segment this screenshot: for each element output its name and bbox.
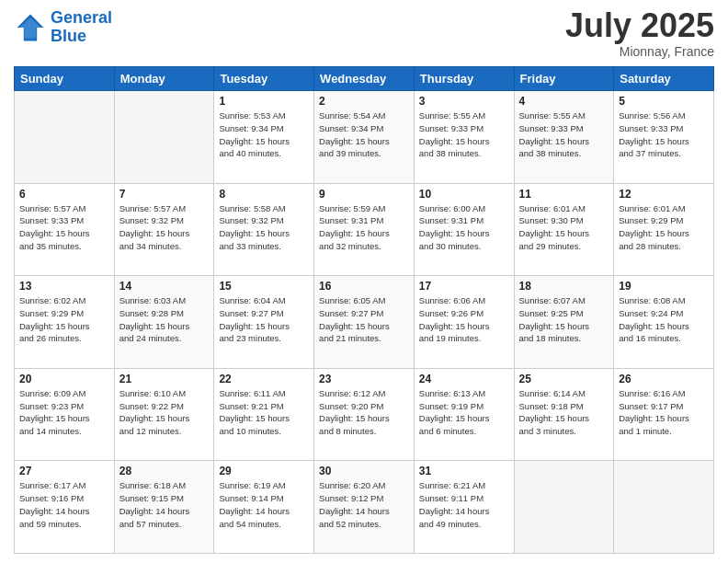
location: Mionnay, France xyxy=(565,44,714,59)
day-number: 26 xyxy=(619,373,709,385)
calendar-cell: 6Sunrise: 5:57 AM Sunset: 9:33 PM Daylig… xyxy=(15,183,115,276)
calendar-cell: 3Sunrise: 5:55 AM Sunset: 9:33 PM Daylig… xyxy=(414,91,514,184)
day-number: 27 xyxy=(19,465,109,477)
day-number: 24 xyxy=(419,373,509,385)
calendar-header: SundayMondayTuesdayWednesdayThursdayFrid… xyxy=(15,67,714,91)
calendar-cell: 22Sunrise: 6:11 AM Sunset: 9:21 PM Dayli… xyxy=(214,368,314,461)
header-row: SundayMondayTuesdayWednesdayThursdayFrid… xyxy=(15,67,714,91)
day-number: 21 xyxy=(119,373,210,385)
calendar-cell: 10Sunrise: 6:00 AM Sunset: 9:31 PM Dayli… xyxy=(414,183,514,276)
day-number: 29 xyxy=(219,465,309,477)
day-number: 22 xyxy=(219,373,309,385)
calendar-cell: 29Sunrise: 6:19 AM Sunset: 9:14 PM Dayli… xyxy=(214,461,314,554)
day-number: 28 xyxy=(119,465,210,477)
calendar-week-row: 6Sunrise: 5:57 AM Sunset: 9:33 PM Daylig… xyxy=(15,183,714,276)
day-number: 2 xyxy=(319,95,409,108)
day-info: Sunrise: 6:02 AM Sunset: 9:29 PM Dayligh… xyxy=(19,294,109,345)
page: General Blue July 2025 Mionnay, France S… xyxy=(0,0,728,563)
calendar-cell xyxy=(15,91,115,184)
day-number: 8 xyxy=(219,188,309,201)
logo-text: General Blue xyxy=(51,9,112,46)
day-number: 13 xyxy=(19,280,109,293)
day-number: 16 xyxy=(319,280,409,293)
calendar-cell: 8Sunrise: 5:58 AM Sunset: 9:32 PM Daylig… xyxy=(214,183,314,276)
day-number: 5 xyxy=(619,95,709,108)
day-number: 1 xyxy=(219,95,309,108)
calendar-cell: 12Sunrise: 6:01 AM Sunset: 9:29 PM Dayli… xyxy=(614,183,714,276)
calendar-cell: 11Sunrise: 6:01 AM Sunset: 9:30 PM Dayli… xyxy=(514,183,614,276)
logo-line2: Blue xyxy=(51,27,86,45)
calendar-cell: 2Sunrise: 5:54 AM Sunset: 9:34 PM Daylig… xyxy=(314,91,415,184)
calendar-cell: 28Sunrise: 6:18 AM Sunset: 9:15 PM Dayli… xyxy=(114,461,214,554)
day-info: Sunrise: 5:56 AM Sunset: 9:33 PM Dayligh… xyxy=(619,109,709,160)
calendar-cell: 30Sunrise: 6:20 AM Sunset: 9:12 PM Dayli… xyxy=(314,461,415,554)
day-number: 11 xyxy=(519,188,609,201)
month-title: July 2025 xyxy=(565,9,714,42)
calendar-cell xyxy=(114,91,214,184)
calendar-table: SundayMondayTuesdayWednesdayThursdayFrid… xyxy=(14,66,714,554)
calendar-cell xyxy=(514,461,614,554)
calendar-cell: 19Sunrise: 6:08 AM Sunset: 9:24 PM Dayli… xyxy=(614,276,714,369)
day-number: 15 xyxy=(219,280,309,293)
day-info: Sunrise: 6:20 AM Sunset: 9:12 PM Dayligh… xyxy=(319,479,409,530)
day-info: Sunrise: 6:14 AM Sunset: 9:18 PM Dayligh… xyxy=(519,387,609,438)
day-number: 18 xyxy=(519,280,609,293)
calendar-cell: 21Sunrise: 6:10 AM Sunset: 9:22 PM Dayli… xyxy=(114,368,214,461)
day-info: Sunrise: 6:10 AM Sunset: 9:22 PM Dayligh… xyxy=(119,387,210,438)
day-of-week-header: Thursday xyxy=(414,67,514,91)
day-info: Sunrise: 6:01 AM Sunset: 9:30 PM Dayligh… xyxy=(519,202,609,253)
day-info: Sunrise: 5:57 AM Sunset: 9:33 PM Dayligh… xyxy=(19,202,109,253)
day-info: Sunrise: 6:07 AM Sunset: 9:25 PM Dayligh… xyxy=(519,294,609,345)
calendar-cell: 25Sunrise: 6:14 AM Sunset: 9:18 PM Dayli… xyxy=(514,368,614,461)
day-of-week-header: Monday xyxy=(114,67,214,91)
day-info: Sunrise: 6:00 AM Sunset: 9:31 PM Dayligh… xyxy=(419,202,509,253)
day-info: Sunrise: 6:17 AM Sunset: 9:16 PM Dayligh… xyxy=(19,479,109,530)
calendar-cell: 14Sunrise: 6:03 AM Sunset: 9:28 PM Dayli… xyxy=(114,276,214,369)
calendar-cell: 9Sunrise: 5:59 AM Sunset: 9:31 PM Daylig… xyxy=(314,183,415,276)
day-of-week-header: Saturday xyxy=(614,67,714,91)
calendar-week-row: 20Sunrise: 6:09 AM Sunset: 9:23 PM Dayli… xyxy=(15,368,714,461)
day-number: 7 xyxy=(119,188,210,201)
day-number: 19 xyxy=(619,280,709,293)
day-info: Sunrise: 5:54 AM Sunset: 9:34 PM Dayligh… xyxy=(319,109,409,160)
calendar-cell: 23Sunrise: 6:12 AM Sunset: 9:20 PM Dayli… xyxy=(314,368,415,461)
calendar-cell: 5Sunrise: 5:56 AM Sunset: 9:33 PM Daylig… xyxy=(614,91,714,184)
day-of-week-header: Tuesday xyxy=(214,67,314,91)
day-number: 6 xyxy=(19,188,109,201)
calendar-body: 1Sunrise: 5:53 AM Sunset: 9:34 PM Daylig… xyxy=(15,91,714,554)
calendar-cell: 15Sunrise: 6:04 AM Sunset: 9:27 PM Dayli… xyxy=(214,276,314,369)
calendar-cell: 16Sunrise: 6:05 AM Sunset: 9:27 PM Dayli… xyxy=(314,276,415,369)
day-number: 10 xyxy=(419,188,509,201)
day-of-week-header: Friday xyxy=(514,67,614,91)
calendar-cell: 18Sunrise: 6:07 AM Sunset: 9:25 PM Dayli… xyxy=(514,276,614,369)
day-info: Sunrise: 6:01 AM Sunset: 9:29 PM Dayligh… xyxy=(619,202,709,253)
day-info: Sunrise: 6:12 AM Sunset: 9:20 PM Dayligh… xyxy=(319,387,409,438)
day-info: Sunrise: 6:05 AM Sunset: 9:27 PM Dayligh… xyxy=(319,294,409,345)
logo-icon xyxy=(14,11,47,44)
day-number: 12 xyxy=(619,188,709,201)
day-number: 4 xyxy=(519,95,609,108)
day-number: 14 xyxy=(119,280,210,293)
day-info: Sunrise: 5:58 AM Sunset: 9:32 PM Dayligh… xyxy=(219,202,309,253)
header: General Blue July 2025 Mionnay, France xyxy=(14,9,714,59)
day-info: Sunrise: 6:16 AM Sunset: 9:17 PM Dayligh… xyxy=(619,387,709,438)
day-info: Sunrise: 6:11 AM Sunset: 9:21 PM Dayligh… xyxy=(219,387,309,438)
calendar-cell: 20Sunrise: 6:09 AM Sunset: 9:23 PM Dayli… xyxy=(15,368,115,461)
calendar-cell: 1Sunrise: 5:53 AM Sunset: 9:34 PM Daylig… xyxy=(214,91,314,184)
day-info: Sunrise: 6:21 AM Sunset: 9:11 PM Dayligh… xyxy=(419,479,509,530)
day-info: Sunrise: 5:55 AM Sunset: 9:33 PM Dayligh… xyxy=(519,109,609,160)
logo: General Blue xyxy=(14,9,112,46)
day-info: Sunrise: 6:09 AM Sunset: 9:23 PM Dayligh… xyxy=(19,387,109,438)
day-info: Sunrise: 5:57 AM Sunset: 9:32 PM Dayligh… xyxy=(119,202,210,253)
day-number: 23 xyxy=(319,373,409,385)
day-number: 9 xyxy=(319,188,409,201)
calendar-cell xyxy=(614,461,714,554)
day-info: Sunrise: 5:59 AM Sunset: 9:31 PM Dayligh… xyxy=(319,202,409,253)
day-number: 3 xyxy=(419,95,509,108)
day-of-week-header: Sunday xyxy=(15,67,115,91)
day-info: Sunrise: 6:04 AM Sunset: 9:27 PM Dayligh… xyxy=(219,294,309,345)
day-number: 20 xyxy=(19,373,109,385)
day-info: Sunrise: 5:55 AM Sunset: 9:33 PM Dayligh… xyxy=(419,109,509,160)
day-number: 31 xyxy=(419,465,509,477)
day-info: Sunrise: 6:03 AM Sunset: 9:28 PM Dayligh… xyxy=(119,294,210,345)
